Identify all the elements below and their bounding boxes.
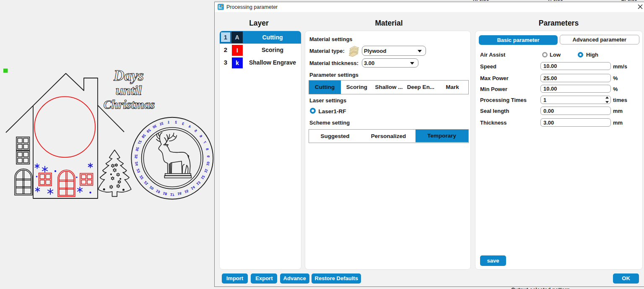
svg-text:Christmas: Christmas xyxy=(104,98,155,111)
svg-text:24: 24 xyxy=(134,161,139,166)
svg-text:13: 13 xyxy=(195,180,201,186)
svg-text:30: 30 xyxy=(152,124,157,129)
svg-text:31: 31 xyxy=(159,121,164,126)
svg-text:23: 23 xyxy=(136,168,141,174)
svg-text:5: 5 xyxy=(194,128,198,133)
svg-text:22: 22 xyxy=(139,174,145,180)
svg-text:26: 26 xyxy=(135,147,140,152)
svg-text:20: 20 xyxy=(149,185,155,191)
svg-text:10: 10 xyxy=(205,161,210,166)
svg-text:11: 11 xyxy=(203,168,209,173)
svg-text:15: 15 xyxy=(184,189,189,194)
svg-text:2: 2 xyxy=(174,120,177,124)
svg-text:3: 3 xyxy=(182,121,185,126)
svg-text:19: 19 xyxy=(155,189,161,194)
svg-text:Days: Days xyxy=(113,68,144,84)
svg-text:12: 12 xyxy=(200,174,206,180)
svg-text:14: 14 xyxy=(190,185,196,191)
svg-text:9: 9 xyxy=(206,155,210,157)
svg-text:27: 27 xyxy=(137,140,143,145)
svg-text:25: 25 xyxy=(134,154,138,159)
svg-text:6: 6 xyxy=(199,134,203,138)
svg-text:until: until xyxy=(116,83,142,98)
svg-text:29: 29 xyxy=(146,128,152,134)
svg-text:4: 4 xyxy=(188,124,192,129)
svg-text:8: 8 xyxy=(205,148,210,151)
svg-text:18: 18 xyxy=(163,191,168,196)
svg-text:21: 21 xyxy=(143,180,149,186)
svg-text:7: 7 xyxy=(203,141,207,144)
svg-text:N: N xyxy=(221,5,223,7)
svg-text:16: 16 xyxy=(177,191,182,196)
svg-text:17: 17 xyxy=(170,193,174,197)
svg-text:1: 1 xyxy=(167,120,170,124)
svg-text:28: 28 xyxy=(141,133,147,139)
